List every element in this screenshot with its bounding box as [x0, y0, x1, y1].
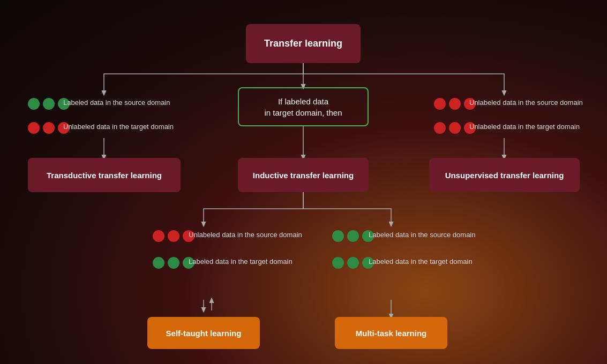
bottom-right-labeled-target-dots: [332, 257, 374, 269]
multi-task-box: Multi-task learning: [335, 317, 447, 349]
dot-br-g5: [347, 257, 359, 269]
dot-red-r1: [434, 98, 446, 110]
inductive-box: Inductive transfer learning: [238, 158, 369, 192]
multi-task-label: Multi-task learning: [356, 329, 427, 338]
dot-red-1: [28, 122, 40, 134]
transfer-learning-label: Transfer learning: [264, 38, 342, 49]
dot-red-r4: [434, 122, 446, 134]
self-taught-label: Self-taught learning: [166, 329, 242, 338]
right-unlabeled-source-label: Unlabeled data in the source domain: [469, 98, 583, 108]
bottom-left-unlabeled-source-label: Unlabeled data in the source domain: [189, 230, 302, 240]
dot-bl-g1: [153, 257, 164, 269]
self-taught-box: Self-taught learning: [147, 317, 260, 349]
transductive-label: Transductive transfer learning: [47, 171, 162, 180]
dot-br-g2: [347, 230, 359, 242]
dot-bl-g2: [168, 257, 179, 269]
dot-bl-r2: [168, 230, 179, 242]
dot-green-2: [43, 98, 55, 110]
dot-red-r5: [449, 122, 461, 134]
bottom-left-labeled-target-label: Labeled data in the target domain: [189, 257, 293, 267]
left-unlabeled-target-label: Unlabeled data in the target domain: [63, 122, 174, 132]
right-unlabeled-target-label: Unlabeled data in the target domain: [469, 122, 580, 132]
unsupervised-label: Unsupervised transfer learning: [445, 171, 564, 180]
dot-green-1: [28, 98, 40, 110]
inductive-label: Inductive transfer learning: [253, 171, 354, 180]
diagram: Transfer learning Labeled data in the so…: [0, 0, 607, 364]
dot-red-r2: [449, 98, 461, 110]
bottom-right-labeled-source-dots: [332, 230, 374, 242]
condition-box: If labeled data in target domain, then: [238, 87, 369, 126]
dot-br-g4: [332, 257, 344, 269]
dot-br-g1: [332, 230, 344, 242]
unsupervised-box: Unsupervised transfer learning: [429, 158, 580, 192]
left-labeled-source-label: Labeled data in the source domain: [63, 98, 170, 108]
transductive-box: Transductive transfer learning: [28, 158, 181, 192]
condition-label: If labeled data in target domain, then: [264, 96, 342, 118]
transfer-learning-box: Transfer learning: [246, 24, 361, 63]
dot-red-2: [43, 122, 55, 134]
bottom-right-labeled-source-label: Labeled data in the source domain: [369, 230, 475, 240]
bottom-right-labeled-target-label: Labeled data in the target domain: [369, 257, 473, 267]
dot-bl-r1: [153, 230, 164, 242]
